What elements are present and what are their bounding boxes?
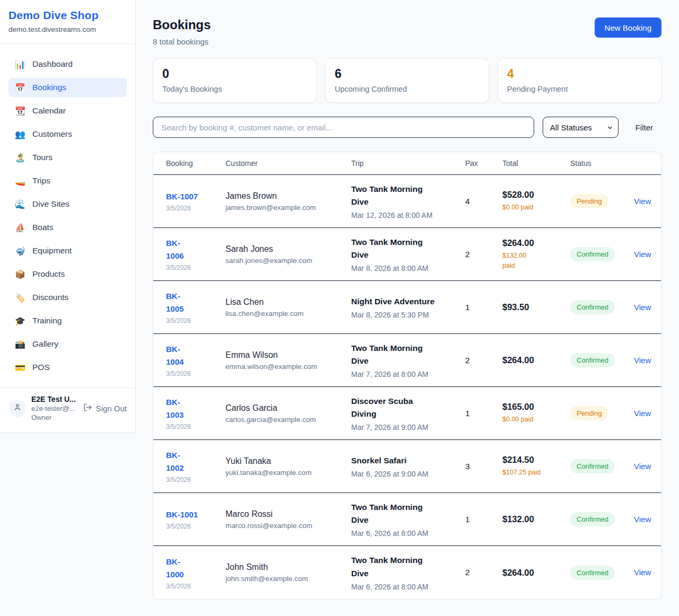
sidebar-item-training[interactable]: 🎓 Training bbox=[8, 311, 127, 330]
booking-id-link[interactable]: BK- 1004 bbox=[166, 343, 225, 368]
booking-id-link[interactable]: BK-1001 bbox=[166, 508, 225, 521]
column-header-total: Total bbox=[502, 159, 570, 168]
status-badge: Pending bbox=[570, 406, 608, 420]
main-content: Bookings 8 total bookings New Booking 0 … bbox=[136, 0, 679, 615]
sidebar-item-dive-sites[interactable]: 🌊 Dive Sites bbox=[8, 195, 127, 214]
status-cell: Pending bbox=[570, 194, 634, 208]
booking-id-link[interactable]: BK- 1006 bbox=[166, 237, 225, 262]
new-booking-button[interactable]: New Booking bbox=[595, 17, 661, 38]
booking-id-link[interactable]: BK- 1005 bbox=[166, 290, 225, 315]
sidebar-item-discounts[interactable]: 🏷️ Discounts bbox=[8, 288, 127, 307]
sidebar-item-customers[interactable]: 👥 Customers bbox=[8, 125, 127, 144]
status-badge: Confirmed bbox=[570, 566, 615, 580]
trip-datetime: Mar 6, 2026 at 8:00 AM bbox=[351, 583, 465, 591]
boats-icon: ⛵ bbox=[14, 223, 26, 233]
table-row: BK- 1002 3/5/2026 Yuki Tanaka yuki.tanak… bbox=[153, 440, 661, 493]
view-link[interactable]: View bbox=[634, 409, 651, 418]
status-select-wrap: All Statuses bbox=[543, 117, 619, 138]
sidebar-item-dashboard[interactable]: 📊 Dashboard bbox=[8, 55, 127, 74]
booking-id-link[interactable]: BK-1007 bbox=[166, 190, 225, 203]
total-cell: $264.00 $132.00 paid bbox=[502, 238, 570, 271]
trip-name: Two Tank Morning Dive bbox=[351, 183, 465, 208]
trip-datetime: Mar 6, 2026 at 9:00 AM bbox=[351, 470, 465, 478]
actions-cell: View bbox=[634, 250, 652, 259]
sidebar-item-pos[interactable]: 💳 POS bbox=[8, 358, 127, 377]
booking-id-link[interactable]: BK- 1002 bbox=[166, 449, 225, 474]
stats-row: 0 Today's Bookings 6 Upcoming Confirmed … bbox=[153, 58, 661, 103]
bookings-table: Booking Customer Trip Pax Total Status B… bbox=[153, 152, 661, 600]
status-select[interactable]: All Statuses bbox=[543, 117, 619, 138]
customer-email: john.smith@example.com bbox=[225, 575, 351, 583]
sidebar-item-label: Tours bbox=[32, 153, 53, 162]
sidebar-item-label: Customers bbox=[32, 129, 72, 139]
sidebar-item-tours[interactable]: 🏝️ Tours bbox=[8, 148, 127, 167]
user-role: Owner bbox=[31, 413, 76, 421]
trip-cell: Two Tank Morning Dive Mar 7, 2026 at 8:0… bbox=[351, 342, 465, 379]
trip-cell: Night Dive Adventure Mar 8, 2026 at 5:30… bbox=[351, 295, 465, 319]
customer-cell: Yuki Tanaka yuki.tanaka@example.com bbox=[225, 456, 351, 477]
sidebar-item-calendar[interactable]: 📆 Calendar bbox=[8, 101, 127, 120]
dashboard-icon: 📊 bbox=[14, 59, 26, 69]
booking-id-link[interactable]: BK- 1000 bbox=[166, 556, 225, 581]
bookings-icon: 📅 bbox=[14, 83, 26, 93]
booking-cell: BK- 1006 3/5/2026 bbox=[166, 237, 225, 271]
customer-email: yuki.tanaka@example.com bbox=[225, 469, 351, 477]
pax-value: 2 bbox=[465, 568, 502, 577]
view-link[interactable]: View bbox=[634, 303, 651, 312]
sidebar-item-trips[interactable]: 🚤 Trips bbox=[8, 171, 127, 190]
table-header: Booking Customer Trip Pax Total Status bbox=[153, 152, 661, 175]
status-cell: Confirmed bbox=[570, 512, 634, 526]
view-link[interactable]: View bbox=[634, 250, 651, 259]
customer-email: lisa.chen@example.com bbox=[225, 310, 351, 318]
total-cell: $165.00 $0.00 paid bbox=[502, 402, 570, 425]
booking-date: 3/5/2026 bbox=[166, 423, 225, 430]
status-cell: Confirmed bbox=[570, 459, 634, 473]
pax-value: 1 bbox=[465, 515, 502, 524]
customer-name: Marco Rossi bbox=[225, 509, 351, 519]
trip-cell: Two Tank Morning Dive Mar 6, 2026 at 8:0… bbox=[351, 554, 465, 591]
view-link[interactable]: View bbox=[634, 568, 651, 577]
sidebar-item-label: Discounts bbox=[32, 293, 68, 302]
customer-name: John Smith bbox=[225, 562, 351, 572]
booking-cell: BK- 1000 3/5/2026 bbox=[166, 556, 225, 590]
customer-name: Emma Wilson bbox=[225, 350, 351, 360]
pax-value: 4 bbox=[465, 197, 502, 206]
sidebar-item-bookings[interactable]: 📅 Bookings bbox=[8, 78, 127, 97]
stat-value: 6 bbox=[335, 67, 480, 81]
booking-cell: BK- 1005 3/5/2026 bbox=[166, 290, 225, 324]
view-link[interactable]: View bbox=[634, 356, 651, 365]
table-row: BK-1007 3/5/2026 James Brown james.brown… bbox=[153, 175, 661, 228]
pax-value: 1 bbox=[465, 303, 502, 312]
trip-datetime: Mar 7, 2026 at 8:00 AM bbox=[351, 370, 465, 379]
booking-cell: BK- 1003 3/5/2026 bbox=[166, 396, 225, 430]
avatar bbox=[8, 400, 26, 417]
sidebar-item-gallery[interactable]: 📸 Gallery bbox=[8, 335, 127, 354]
booking-id-link[interactable]: BK- 1003 bbox=[166, 396, 225, 421]
sidebar-item-products[interactable]: 📦 Products bbox=[8, 265, 127, 284]
stat-value: 0 bbox=[162, 67, 307, 81]
search-input[interactable] bbox=[153, 117, 534, 138]
pax-value: 2 bbox=[465, 250, 502, 259]
view-link[interactable]: View bbox=[634, 462, 651, 471]
sign-out-button[interactable]: Sign Out bbox=[83, 403, 127, 413]
sidebar-item-label: Training bbox=[32, 316, 62, 325]
sidebar-item-boats[interactable]: ⛵ Boats bbox=[8, 218, 127, 237]
total-amount: $264.00 bbox=[502, 238, 570, 248]
page-header: Bookings 8 total bookings New Booking bbox=[153, 17, 661, 46]
sidebar-header: Demo Dive Shop demo.test.divestreams.com bbox=[0, 0, 135, 44]
status-badge: Confirmed bbox=[570, 300, 615, 314]
table-row: BK- 1005 3/5/2026 Lisa Chen lisa.chen@ex… bbox=[153, 281, 661, 334]
trip-datetime: Mar 6, 2026 at 8:00 AM bbox=[351, 529, 465, 538]
table-row: BK- 1006 3/5/2026 Sarah Jones sarah.jone… bbox=[153, 228, 661, 281]
trip-datetime: Mar 8, 2026 at 5:30 PM bbox=[351, 311, 465, 319]
dive-sites-icon: 🌊 bbox=[14, 199, 26, 209]
sidebar-item-label: Products bbox=[32, 269, 65, 279]
total-cell: $132.00 bbox=[502, 514, 570, 524]
sidebar-item-equipment[interactable]: 🤿 Equipment bbox=[8, 241, 127, 260]
table-row: BK- 1003 3/5/2026 Carlos Garcia carlos.g… bbox=[153, 387, 661, 440]
status-cell: Pending bbox=[570, 406, 634, 420]
view-link[interactable]: View bbox=[634, 515, 651, 524]
view-link[interactable]: View bbox=[634, 197, 651, 206]
pax-value: 3 bbox=[465, 462, 502, 471]
status-badge: Confirmed bbox=[570, 353, 615, 367]
